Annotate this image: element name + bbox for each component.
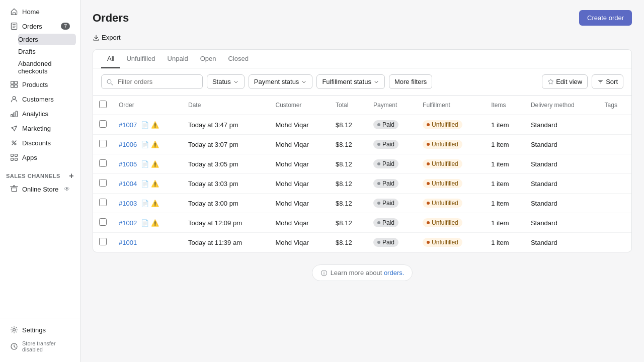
page-header: Orders Create order: [93, 10, 632, 26]
sidebar-item-products[interactable]: Products: [4, 77, 76, 92]
create-order-button[interactable]: Create order: [579, 10, 632, 26]
sidebar-item-settings[interactable]: Settings: [4, 323, 76, 337]
orders-card: All Unfulfilled Unpaid Open Closed Statu…: [93, 49, 632, 252]
search-input[interactable]: [101, 74, 203, 89]
svg-rect-14: [15, 158, 18, 161]
row-checkbox-1[interactable]: [99, 140, 107, 147]
main-content: Orders Create order Export All Unfulfill…: [80, 0, 644, 362]
sidebar-item-analytics[interactable]: Analytics: [4, 107, 76, 121]
tab-closed[interactable]: Closed: [222, 50, 255, 68]
orders-learn-link[interactable]: orders.: [384, 269, 404, 277]
doc-icon: 📄: [141, 219, 149, 227]
order-link-6[interactable]: #1001: [119, 239, 137, 246]
order-date-5: Today at 12:09 pm: [182, 213, 270, 233]
fulfillment-badge-1: Unfulfilled: [423, 140, 462, 149]
svg-point-10: [15, 143, 16, 145]
doc-icon: 📄: [141, 180, 149, 188]
svg-rect-2: [15, 81, 18, 84]
warn-icon: ⚠️: [151, 160, 159, 168]
sidebar-subitem-drafts[interactable]: Drafts: [18, 46, 76, 57]
fulfillment-status-filter-button[interactable]: Fulfillment status: [316, 74, 385, 89]
tab-unfulfilled[interactable]: Unfulfilled: [120, 50, 161, 68]
row-checkbox-6[interactable]: [99, 238, 107, 245]
row-checkbox-5[interactable]: [99, 218, 107, 226]
more-filters-button[interactable]: More filters: [389, 74, 432, 89]
order-customer-1: Mohd Viqar: [270, 135, 330, 154]
payment-status-filter-button[interactable]: Payment status: [249, 74, 313, 89]
sidebar-item-customers[interactable]: Customers: [4, 92, 76, 106]
row-checkbox-0[interactable]: [99, 120, 107, 128]
payment-badge-3: Paid: [373, 179, 398, 188]
col-customer: Customer: [270, 96, 330, 115]
fulfillment-badge-0: Unfulfilled: [423, 120, 462, 129]
sales-channels-header: Sales Channels +: [0, 167, 80, 182]
sort-button[interactable]: Sort: [592, 74, 623, 89]
order-link-4[interactable]: #1003: [119, 200, 137, 207]
order-link-2[interactable]: #1005: [119, 160, 137, 168]
sidebar-item-online-store[interactable]: Online Store 👁: [4, 182, 76, 196]
customers-icon: [10, 95, 18, 103]
sidebar-subitem-abandoned[interactable]: Abandoned checkouts: [18, 58, 76, 77]
table-row: #1003 📄 ⚠️ Today at 3:00 pm Mohd Viqar $…: [93, 194, 631, 213]
order-link-0[interactable]: #1007: [119, 121, 137, 129]
row-checkbox-2[interactable]: [99, 159, 107, 167]
doc-icon: 📄: [141, 121, 149, 129]
fulfillment-badge-2: Unfulfilled: [423, 159, 462, 168]
fulfillment-badge-4: Unfulfilled: [423, 199, 462, 208]
add-channel-icon[interactable]: +: [69, 171, 74, 180]
tab-open[interactable]: Open: [194, 50, 222, 68]
order-delivery-6: Standard: [525, 233, 599, 252]
export-icon: [93, 34, 100, 41]
col-total: Total: [330, 96, 367, 115]
order-total-3: $8.12: [330, 174, 367, 194]
warn-icon: ⚠️: [151, 200, 159, 207]
search-wrap: [101, 74, 203, 89]
edit-view-button[interactable]: Edit view: [542, 74, 588, 89]
order-icons-0: 📄 ⚠️: [141, 121, 159, 129]
svg-point-9: [12, 141, 14, 142]
discounts-icon: [10, 139, 18, 147]
sidebar-item-analytics-label: Analytics: [22, 110, 70, 118]
online-store-eye-icon[interactable]: 👁: [64, 186, 70, 193]
sidebar-item-marketing[interactable]: Marketing: [4, 121, 76, 135]
sidebar-item-marketing-label: Marketing: [22, 125, 70, 132]
doc-icon: 📄: [141, 160, 149, 168]
order-link-1[interactable]: #1006: [119, 141, 137, 148]
row-checkbox-3[interactable]: [99, 179, 107, 187]
order-date-1: Today at 3:07 pm: [182, 135, 270, 154]
sidebar-item-home[interactable]: Home: [4, 5, 76, 19]
sidebar-item-discounts[interactable]: Discounts: [4, 136, 76, 150]
warn-icon: ⚠️: [151, 219, 159, 227]
order-total-4: $8.12: [330, 194, 367, 213]
table-row: #1002 📄 ⚠️ Today at 12:09 pm Mohd Viqar …: [93, 213, 631, 233]
order-tags-3: [599, 174, 631, 194]
order-items-2: 1 item: [485, 154, 525, 174]
info-footer: Learn more about orders.: [93, 252, 632, 293]
select-all-checkbox[interactable]: [99, 101, 107, 108]
order-link-3[interactable]: #1004: [119, 180, 137, 188]
export-label: Export: [102, 34, 121, 41]
orders-badge: 7: [61, 23, 70, 30]
sidebar-item-orders[interactable]: Orders 7: [4, 19, 76, 33]
sidebar-subitem-orders[interactable]: Orders: [18, 34, 76, 45]
order-items-3: 1 item: [485, 174, 525, 194]
tab-all[interactable]: All: [101, 50, 120, 68]
status-filter-button[interactable]: Status: [207, 74, 245, 89]
marketing-icon: [10, 124, 18, 132]
info-circle-icon: [320, 269, 328, 277]
order-icons-3: 📄 ⚠️: [141, 180, 159, 188]
order-date-3: Today at 3:03 pm: [182, 174, 270, 194]
order-tags-4: [599, 194, 631, 213]
sidebar-item-apps[interactable]: Apps: [4, 150, 76, 164]
order-date-6: Today at 11:39 am: [182, 233, 270, 252]
sidebar-item-settings-label: Settings: [22, 326, 70, 334]
order-delivery-5: Standard: [525, 213, 599, 233]
order-link-5[interactable]: #1002: [119, 219, 137, 227]
svg-point-17: [107, 79, 111, 83]
tab-unpaid[interactable]: Unpaid: [162, 50, 194, 68]
warn-icon: ⚠️: [151, 180, 159, 188]
export-button[interactable]: Export: [93, 32, 121, 43]
row-checkbox-4[interactable]: [99, 199, 107, 206]
order-total-0: $8.12: [330, 115, 367, 135]
svg-rect-4: [15, 85, 18, 88]
